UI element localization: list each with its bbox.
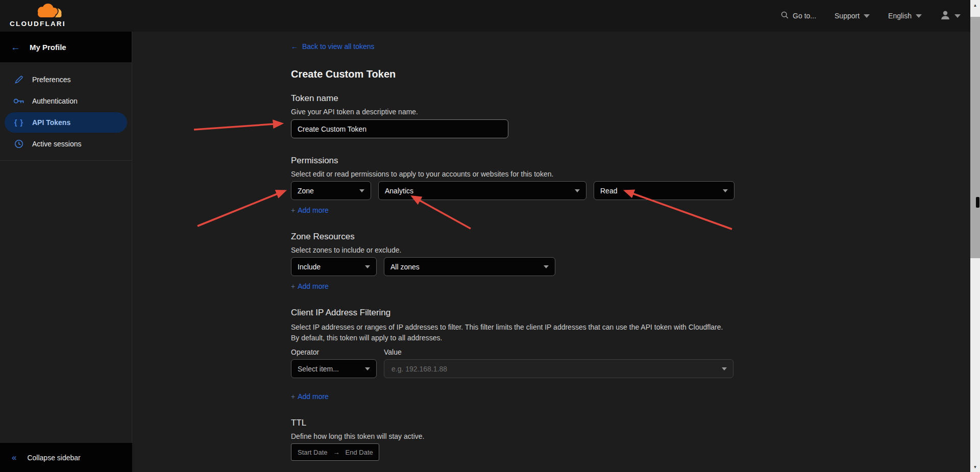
permissions-description: Select edit or read permissions to apply… [291,170,750,178]
chevron-down-icon [864,14,870,18]
zone-include-select[interactable]: Include [291,257,377,276]
ip-filtering-add-more-link[interactable]: +Add more [291,392,329,401]
plus-icon: + [291,206,295,214]
chevron-down-icon [954,14,961,18]
language-menu[interactable]: English [888,12,922,20]
ip-filtering-row: Select item... [291,359,750,378]
user-icon [940,11,950,21]
value-label: Value [384,348,402,356]
pencil-icon [13,75,24,84]
operator-label: Operator [291,348,384,356]
sidebar-item-label: Active sessions [32,140,81,148]
zone-target-value: All zones [390,263,420,271]
support-menu[interactable]: Support [835,12,870,20]
scrollbar-thumb[interactable] [970,17,980,258]
sidebar-item-api-tokens[interactable]: { } API Tokens [5,112,127,133]
chevron-down-icon [575,189,580,192]
search-icon [781,11,789,20]
back-link-label: Back to view all tokens [302,42,375,51]
ip-value-select[interactable] [384,359,733,378]
permission-group-value: Analytics [385,187,413,195]
topbar-right-cluster: Go to... Support English [781,0,961,32]
sidebar-divider [0,160,132,161]
clock-icon [13,139,24,148]
chevron-down-icon [544,265,549,268]
main-content: ← Back to view all tokens Create Custom … [133,32,970,472]
goto-label: Go to... [793,12,816,20]
ttl-start-date: Start Date [298,449,328,456]
sidebar-title: My Profile [30,43,66,52]
zone-resources-heading: Zone Resources [291,232,750,242]
language-label: English [888,12,912,20]
token-name-heading: Token name [291,93,750,104]
ttl-end-date: End Date [346,449,373,456]
permissions-heading: Permissions [291,156,750,166]
ip-operator-select[interactable]: Select item... [291,359,377,378]
sidebar-item-active-sessions[interactable]: Active sessions [5,134,127,154]
sidebar-item-label: Preferences [32,76,70,84]
chevron-down-icon [359,189,364,192]
collapse-icon: « [12,453,16,463]
token-name-input[interactable] [291,119,508,138]
permission-scope-select[interactable]: Zone [291,181,371,200]
chevron-down-icon [722,367,727,370]
plus-icon: + [291,282,295,290]
braces-icon: { } [13,118,24,127]
zone-include-value: Include [298,263,321,271]
ip-filtering-labels: Operator Value [291,348,750,356]
account-menu[interactable] [940,11,961,21]
top-bar: CLOUDFLARE Go to... Support English [0,0,980,32]
sidebar-item-label: API Tokens [32,118,70,127]
ttl-heading: TTL [291,418,750,428]
cloudflare-logo-icon: CLOUDFLARE [9,3,64,29]
scroll-up-icon[interactable]: ▲ [970,1,980,9]
sidebar-back-to-account[interactable]: ← My Profile [0,32,132,62]
permission-group-select[interactable]: Analytics [378,181,586,200]
permissions-row: Zone Analytics Read [291,181,750,200]
sidebar-nav: Preferences Authentication { } API Token… [0,62,132,161]
svg-text:CLOUDFLARE: CLOUDFLARE [10,20,64,28]
permission-access-value: Read [600,187,617,195]
ip-operator-placeholder: Select item... [298,365,339,373]
goto-search[interactable]: Go to... [781,11,816,20]
scrollbar[interactable]: ▲ ▼ [970,0,980,472]
zone-resources-description: Select zones to include or exclude. [291,246,750,254]
mouse-cursor [976,197,979,208]
chevron-down-icon [365,265,370,268]
back-arrow-icon: ← [11,42,20,52]
back-to-tokens-link[interactable]: ← Back to view all tokens [291,42,375,51]
support-label: Support [835,12,860,20]
zone-resources-row: Include All zones [291,257,750,276]
plus-icon: + [291,392,295,401]
chevron-down-icon [916,14,922,18]
sidebar-item-authentication[interactable]: Authentication [5,91,127,111]
ip-value-input[interactable] [390,364,722,374]
ttl-date-range-picker[interactable]: Start Date → End Date [291,443,379,461]
zone-target-select[interactable]: All zones [384,257,555,276]
cloudflare-logo[interactable]: CLOUDFLARE [9,3,64,31]
ip-filtering-description: Select IP addresses or ranges of IP addr… [291,322,733,343]
token-name-description: Give your API token a descriptive name. [291,108,750,116]
date-range-arrow-icon: → [333,449,340,456]
sidebar: ← My Profile Preferences Authentication … [0,32,132,472]
ttl-description: Define how long this token will stay act… [291,432,750,440]
permission-scope-value: Zone [298,187,314,195]
cloudflare-dashboard: CLOUDFLARE Go to... Support English [0,0,980,472]
collapse-sidebar-button[interactable]: « Collapse sidebar [0,443,132,472]
chevron-down-icon [723,189,728,192]
permission-access-select[interactable]: Read [594,181,734,200]
scroll-down-icon[interactable]: ▼ [970,463,980,471]
sidebar-item-preferences[interactable]: Preferences [5,69,127,90]
page-title: Create Custom Token [291,68,750,80]
permissions-add-more-link[interactable]: +Add more [291,206,329,214]
zone-resources-add-more-link[interactable]: +Add more [291,282,329,290]
back-arrow-icon: ← [291,42,298,51]
sidebar-item-label: Authentication [32,97,78,105]
ip-filtering-heading: Client IP Address Filtering [291,308,750,318]
chevron-down-icon [365,367,370,370]
key-icon [13,97,24,105]
collapse-sidebar-label: Collapse sidebar [27,454,80,462]
